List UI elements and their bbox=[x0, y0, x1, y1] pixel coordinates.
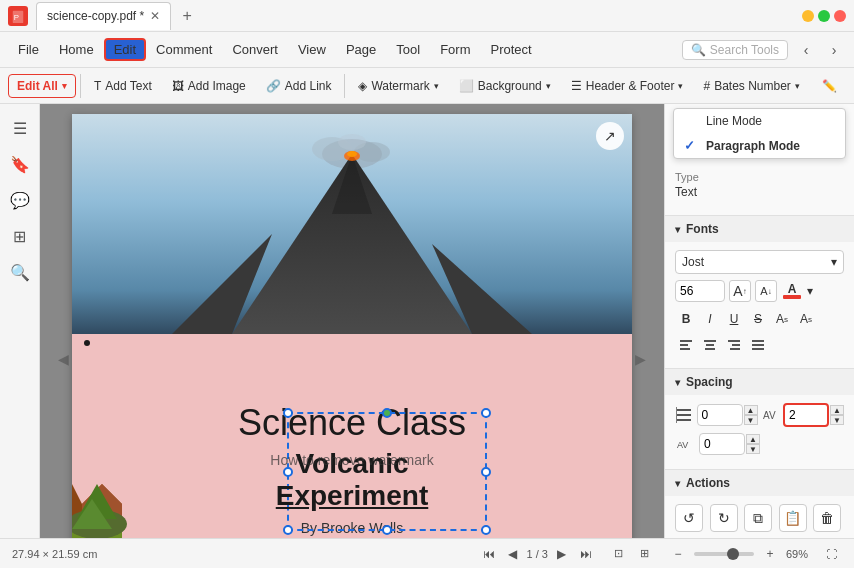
fullscreen-button[interactable]: ⛶ bbox=[820, 543, 842, 565]
header-footer-button[interactable]: ☰ Header & Footer ▾ bbox=[562, 74, 693, 98]
prev-page-arrow[interactable]: ◀ bbox=[58, 351, 69, 367]
action-undo-button[interactable]: ↺ bbox=[675, 504, 703, 532]
spacing-header[interactable]: ▾ Spacing bbox=[665, 369, 854, 395]
next-page-arrow[interactable]: ▶ bbox=[635, 351, 646, 367]
actions-header[interactable]: ▾ Actions bbox=[665, 470, 854, 496]
actions-body: ↺ ↻ ⧉ 📋 🗑 ☰ ⫿ bbox=[665, 496, 854, 538]
word-spacing-down[interactable]: ▼ bbox=[746, 444, 760, 454]
line-spacing-input[interactable] bbox=[697, 404, 743, 426]
first-page-button[interactable]: ⏮ bbox=[479, 544, 499, 564]
strikethrough-button[interactable]: S bbox=[747, 308, 769, 330]
edit-all-button[interactable]: Edit All ▾ bbox=[8, 74, 76, 98]
font-family-select[interactable]: Jost ▾ bbox=[675, 250, 844, 274]
line-spacing-spinner[interactable]: ▲ ▼ bbox=[697, 404, 758, 426]
word-spacing-up[interactable]: ▲ bbox=[746, 434, 760, 444]
zoom-in-button[interactable]: + bbox=[760, 544, 780, 564]
last-page-button[interactable]: ⏭ bbox=[576, 544, 596, 564]
background-icon: ⬜ bbox=[459, 79, 474, 93]
action-paste-button[interactable]: 📋 bbox=[779, 504, 807, 532]
word-spacing-spinner[interactable]: ▲ ▼ bbox=[699, 433, 760, 455]
font-decrease-button[interactable]: A↓ bbox=[755, 280, 777, 302]
background-button[interactable]: ⬜ Background ▾ bbox=[450, 74, 560, 98]
close-button[interactable] bbox=[834, 10, 846, 22]
status-bar: 27.94 × 21.59 cm ⏮ ◀ 1 / 3 ▶ ⏭ ⊡ ⊞ − + 6… bbox=[0, 538, 854, 568]
bates-number-button[interactable]: # Bates Number ▾ bbox=[694, 74, 808, 98]
page-icon-button[interactable]: ↗ bbox=[596, 122, 624, 150]
spacing-section: ▾ Spacing ▲ ▼ AV bbox=[665, 369, 854, 470]
add-link-button[interactable]: 🔗 Add Link bbox=[257, 74, 341, 98]
back-button[interactable]: ‹ bbox=[794, 38, 818, 62]
font-color-button[interactable]: A bbox=[781, 280, 803, 302]
subscript-button[interactable]: As bbox=[795, 308, 817, 330]
actions-grid: ↺ ↻ ⧉ 📋 🗑 bbox=[675, 504, 844, 532]
sidebar-bookmarks-icon[interactable]: 🔖 bbox=[4, 148, 36, 180]
svg-rect-26 bbox=[732, 344, 740, 346]
menu-tool[interactable]: Tool bbox=[386, 38, 430, 61]
minimize-button[interactable] bbox=[802, 10, 814, 22]
menu-home[interactable]: Home bbox=[49, 38, 104, 61]
fit-width-button[interactable]: ⊡ bbox=[608, 543, 630, 565]
forward-button[interactable]: › bbox=[822, 38, 846, 62]
align-justify-button[interactable] bbox=[747, 334, 769, 356]
edit-all-caret: ▾ bbox=[62, 81, 67, 91]
action-copy-button[interactable]: ⧉ bbox=[744, 504, 772, 532]
line-spacing-up[interactable]: ▲ bbox=[744, 405, 758, 415]
sidebar-search-icon[interactable]: 🔍 bbox=[4, 256, 36, 288]
word-spacing-input[interactable] bbox=[699, 433, 745, 455]
line-spacing-down[interactable]: ▼ bbox=[744, 415, 758, 425]
new-tab-button[interactable]: + bbox=[175, 4, 199, 28]
align-right-button[interactable] bbox=[723, 334, 745, 356]
fonts-section: ▾ Fonts Jost ▾ A↑ A↓ A ▾ bbox=[665, 216, 854, 369]
pen-tool-button[interactable]: ✏️ bbox=[813, 74, 846, 98]
char-spacing-down[interactable]: ▼ bbox=[830, 415, 844, 425]
maximize-button[interactable] bbox=[818, 10, 830, 22]
menu-page[interactable]: Page bbox=[336, 38, 386, 61]
toolbar: Edit All ▾ T Add Text 🖼 Add Image 🔗 Add … bbox=[0, 68, 854, 104]
tab-close-button[interactable]: ✕ bbox=[150, 9, 160, 23]
menu-edit[interactable]: Edit bbox=[104, 38, 146, 61]
prev-page-button[interactable]: ◀ bbox=[503, 544, 523, 564]
char-spacing-up[interactable]: ▲ bbox=[830, 405, 844, 415]
menu-protect[interactable]: Protect bbox=[480, 38, 541, 61]
superscript-button[interactable]: As bbox=[771, 308, 793, 330]
font-increase-button[interactable]: A↑ bbox=[729, 280, 751, 302]
char-spacing-input[interactable] bbox=[783, 403, 829, 427]
underline-button[interactable]: U bbox=[723, 308, 745, 330]
watermark-button[interactable]: ◈ Watermark ▾ bbox=[349, 74, 447, 98]
add-text-button[interactable]: T Add Text bbox=[85, 74, 161, 98]
paragraph-mode-option[interactable]: ✓ Paragraph Mode bbox=[674, 133, 845, 158]
text-selection-box[interactable]: Science Class Volcanic Experiment How to… bbox=[187, 402, 517, 536]
align-center-button[interactable] bbox=[699, 334, 721, 356]
font-size-input[interactable] bbox=[675, 280, 725, 302]
search-tools-input[interactable]: 🔍 Search Tools bbox=[682, 40, 788, 60]
word-spacing-row: AV ▲ ▼ bbox=[675, 433, 844, 455]
font-color-caret: ▾ bbox=[807, 284, 813, 298]
sidebar-comments-icon[interactable]: 💬 bbox=[4, 184, 36, 216]
app-logo: P bbox=[8, 6, 28, 26]
zoom-out-button[interactable]: − bbox=[668, 544, 688, 564]
zoom-slider-handle[interactable] bbox=[727, 548, 739, 560]
fonts-body: Jost ▾ A↑ A↓ A ▾ B I U S bbox=[665, 242, 854, 368]
add-image-button[interactable]: 🖼 Add Image bbox=[163, 74, 255, 98]
menu-convert[interactable]: Convert bbox=[222, 38, 288, 61]
svg-rect-20 bbox=[680, 344, 688, 346]
fonts-header[interactable]: ▾ Fonts bbox=[665, 216, 854, 242]
fit-page-button[interactable]: ⊞ bbox=[634, 543, 656, 565]
align-left-button[interactable] bbox=[675, 334, 697, 356]
bold-button[interactable]: B bbox=[675, 308, 697, 330]
sidebar-pages-icon[interactable]: ☰ bbox=[4, 112, 36, 144]
action-delete-button[interactable]: 🗑 bbox=[813, 504, 841, 532]
char-spacing-spinner[interactable]: ▲ ▼ bbox=[783, 403, 844, 427]
line-mode-option[interactable]: Line Mode bbox=[674, 109, 845, 133]
action-redo-button[interactable]: ↻ bbox=[710, 504, 738, 532]
menu-comment[interactable]: Comment bbox=[146, 38, 222, 61]
menu-form[interactable]: Form bbox=[430, 38, 480, 61]
search-tools-placeholder: Search Tools bbox=[710, 43, 779, 57]
sidebar-thumbnails-icon[interactable]: ⊞ bbox=[4, 220, 36, 252]
italic-button[interactable]: I bbox=[699, 308, 721, 330]
menu-view[interactable]: View bbox=[288, 38, 336, 61]
document-tab[interactable]: science-copy.pdf * ✕ bbox=[36, 2, 171, 30]
menu-file[interactable]: File bbox=[8, 38, 49, 61]
next-page-button[interactable]: ▶ bbox=[552, 544, 572, 564]
zoom-slider[interactable] bbox=[694, 552, 754, 556]
